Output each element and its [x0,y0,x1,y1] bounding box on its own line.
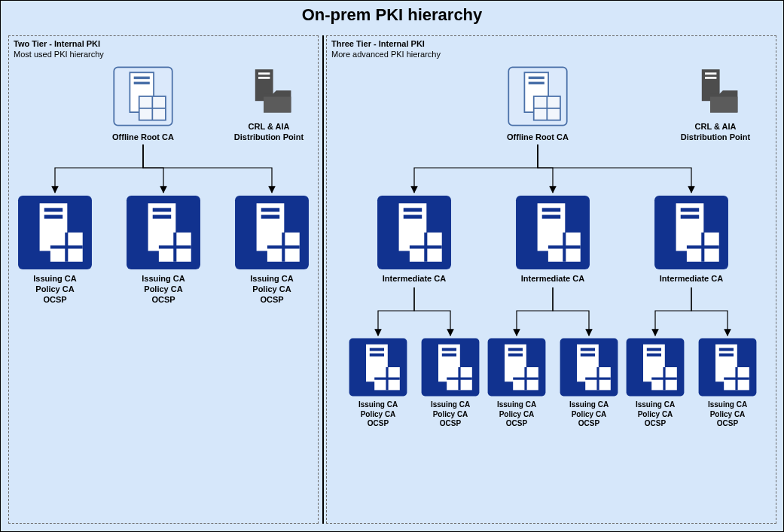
left-issuing-ca-3: Issuing CA Policy CA OCSP [233,194,310,305]
right-issuing-ca-4-label: Issuing CA Policy CA OCSP [559,400,619,429]
right-intermediate-ca-3: Intermediate CA [653,194,730,284]
diagram-canvas: On-prem PKI hierarchy Two Tier - Interna… [0,0,784,532]
left-issuing-ca-2: Issuing CA Policy CA OCSP [125,194,202,305]
label-text: Issuing CA [569,400,609,409]
panel-separator [322,35,324,524]
right-issuing-ca-3: Issuing CA Policy CA OCSP [487,337,547,429]
right-issuing-ca-2-label: Issuing CA Policy CA OCSP [420,400,480,429]
left-issuing-ca-2-label: Issuing CA Policy CA OCSP [125,274,202,305]
server-light-icon [110,63,176,129]
server-dark-icon [487,337,547,397]
label-text: OCSP [43,295,66,304]
label-text: Issuing CA [358,400,398,409]
left-issuing-ca-1: Issuing CA Policy CA OCSP [17,194,93,305]
server-dark-icon [625,337,685,397]
right-intermediate-ca-2-label: Intermediate CA [514,274,591,284]
left-issuing-ca-3-label: Issuing CA Policy CA OCSP [233,274,310,305]
server-dark-icon [514,194,591,271]
two-tier-panel-heading: Two Tier - Internal PKI Most used PKI hi… [14,39,104,60]
diagram-title: On-prem PKI hierarchy [1,5,783,25]
right-issuing-ca-6: Issuing CA Policy CA OCSP [697,337,758,429]
right-dp-label-line2: Distribution Point [681,132,750,141]
label-text: OCSP [645,419,666,427]
three-tier-heading-sub: More advanced PKI hierarchy [331,50,441,60]
server-light-icon [505,63,571,129]
server-dark-icon [125,194,202,271]
right-distribution-point: CRL & AIA Distribution Point [670,66,761,143]
right-intermediate-ca-3-label: Intermediate CA [653,274,730,284]
server-dark-icon [559,337,619,397]
label-text: Policy CA [499,410,535,418]
label-text: OCSP [368,419,389,427]
left-distribution-point: CRL & AIA Distribution Point [227,66,310,143]
label-text: OCSP [578,419,599,427]
right-intermediate-ca-1-label: Intermediate CA [376,274,453,284]
label-text: Issuing CA [497,400,536,409]
label-text: Issuing CA [250,274,293,283]
right-issuing-ca-1-label: Issuing CA Policy CA OCSP [348,400,408,429]
label-text: Policy CA [572,410,607,418]
label-text: OCSP [440,419,461,427]
label-text: OCSP [260,295,283,304]
right-intermediate-ca-1: Intermediate CA [376,194,453,284]
right-root-ca-label: Offline Root CA [500,132,575,143]
right-intermediate-ca-2: Intermediate CA [514,194,591,284]
two-tier-heading-sub: Most used PKI hierarchy [14,50,104,60]
label-text: Issuing CA [708,400,747,409]
server-dark-icon [653,194,730,271]
server-dark-icon [233,194,310,271]
server-dark-icon [420,337,480,397]
server-dark-icon [348,337,408,397]
right-issuing-ca-5-label: Issuing CA Policy CA OCSP [625,400,685,429]
right-issuing-ca-2: Issuing CA Policy CA OCSP [420,337,480,429]
right-dp-label: CRL & AIA Distribution Point [670,122,761,143]
three-tier-panel: Three Tier - Internal PKI More advanced … [326,35,776,524]
left-dp-label-line1: CRL & AIA [249,122,290,131]
label-text: Policy CA [35,284,74,293]
label-text: Policy CA [433,410,468,418]
label-text: Issuing CA [636,400,675,409]
right-issuing-ca-5: Issuing CA Policy CA OCSP [625,337,685,429]
right-issuing-ca-1: Issuing CA Policy CA OCSP [348,337,408,429]
three-tier-heading-bold: Three Tier - Internal PKI [331,39,441,50]
label-text: Policy CA [361,410,396,418]
label-text: Policy CA [252,284,291,293]
server-dark-icon [376,194,453,271]
left-dp-label-line2: Distribution Point [234,132,304,141]
label-text: Policy CA [710,410,746,418]
label-text: Issuing CA [33,274,76,283]
left-root-ca: Offline Root CA [105,63,181,143]
label-text: Issuing CA [431,400,470,409]
label-text: Policy CA [638,410,673,418]
right-issuing-ca-6-label: Issuing CA Policy CA OCSP [697,400,758,429]
right-issuing-ca-3-label: Issuing CA Policy CA OCSP [487,400,547,429]
left-issuing-ca-1-label: Issuing CA Policy CA OCSP [17,274,93,305]
two-tier-heading-bold: Two Tier - Internal PKI [14,39,104,50]
label-text: OCSP [151,295,175,304]
left-dp-label: CRL & AIA Distribution Point [227,122,310,143]
label-text: OCSP [717,419,738,427]
right-dp-label-line1: CRL & AIA [695,122,737,131]
left-root-ca-label: Offline Root CA [105,132,181,143]
label-text: OCSP [506,419,527,427]
label-text: Issuing CA [142,274,185,283]
label-text: Policy CA [144,284,182,293]
server-dp-icon [689,66,742,119]
server-dp-icon [243,66,295,119]
server-dark-icon [697,337,758,397]
server-dark-icon [17,194,93,271]
right-issuing-ca-4: Issuing CA Policy CA OCSP [559,337,619,429]
three-tier-panel-heading: Three Tier - Internal PKI More advanced … [331,39,441,60]
right-root-ca: Offline Root CA [500,63,575,143]
two-tier-panel: Two Tier - Internal PKI Most used PKI hi… [8,35,319,524]
